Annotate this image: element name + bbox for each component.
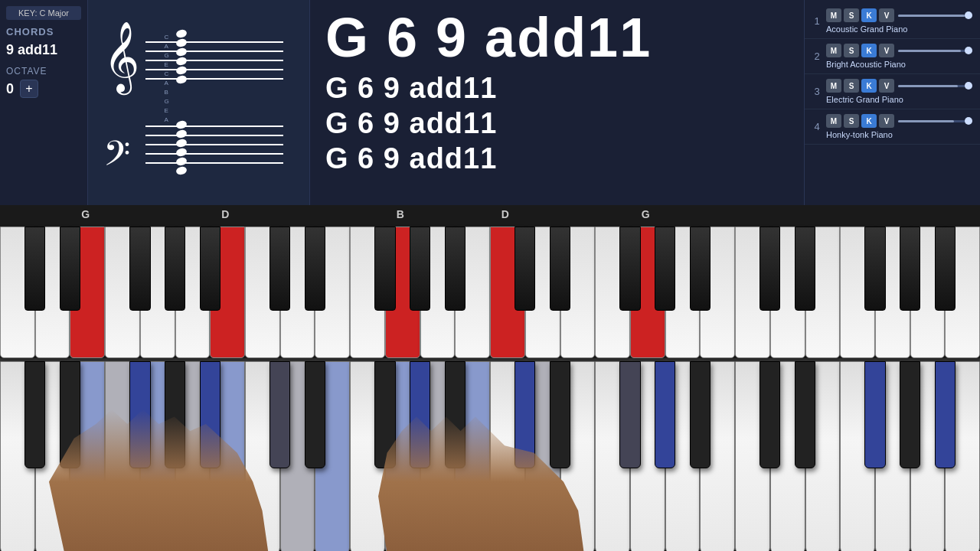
upper-white-key-18[interactable] <box>630 227 665 358</box>
inst-3-name: Electric Grand Piano <box>826 93 974 104</box>
inst-2-slider[interactable] <box>898 50 972 52</box>
upper-white-key-4[interactable] <box>140 227 175 358</box>
inst-3-key-btn[interactable]: K <box>861 79 877 93</box>
lower-white-key-21[interactable] <box>735 361 770 551</box>
inst-number-4: 4 <box>811 121 823 132</box>
lower-white-key-16[interactable] <box>560 361 596 551</box>
lower-white-key-23[interactable] <box>805 361 841 551</box>
inst-2-vel-btn[interactable]: V <box>879 44 894 57</box>
lower-white-key-5[interactable] <box>175 361 211 551</box>
upper-white-key-17[interactable] <box>595 227 630 358</box>
lower-white-key-24[interactable] <box>840 361 875 551</box>
lower-white-key-14[interactable] <box>490 361 525 551</box>
upper-white-key-23[interactable] <box>805 227 841 358</box>
upper-white-key-3[interactable] <box>105 227 140 358</box>
inst-4-key-btn[interactable]: K <box>861 114 877 128</box>
inst-1-name: Acoustic Grand Piano <box>826 22 974 34</box>
lower-white-key-25[interactable] <box>875 361 910 551</box>
inst-2-name: Bright Acoustic Piano <box>826 57 974 69</box>
upper-white-key-0[interactable] <box>0 227 35 358</box>
lower-white-key-7[interactable] <box>245 361 280 551</box>
upper-white-key-24[interactable] <box>840 227 875 358</box>
lower-white-key-27[interactable] <box>945 361 980 551</box>
inst-2-key-btn[interactable]: K <box>861 44 877 57</box>
lower-white-key-0[interactable] <box>0 361 35 551</box>
lower-white-key-9[interactable] <box>315 361 350 551</box>
inst-1-slider[interactable] <box>898 15 972 17</box>
upper-white-key-15[interactable] <box>525 227 560 358</box>
inst-controls-1: M S K V <box>826 8 974 22</box>
lower-white-key-18[interactable] <box>630 361 665 551</box>
lower-white-key-8[interactable] <box>280 361 315 551</box>
upper-white-key-8[interactable] <box>280 227 315 358</box>
top-panel: KEY: C Major CHORDS 9 add11 OCTAVE 0 + 𝄞 <box>0 0 980 205</box>
lower-white-key-15[interactable] <box>525 361 560 551</box>
inst-controls-2: M S K V <box>826 44 974 57</box>
upper-white-key-22[interactable] <box>770 227 805 358</box>
inst-1-vel-btn[interactable]: V <box>879 8 894 22</box>
upper-white-key-19[interactable] <box>665 227 701 358</box>
inst-2-solo-btn[interactable]: S <box>844 44 859 57</box>
upper-white-key-14[interactable] <box>490 227 525 358</box>
upper-white-key-11[interactable] <box>385 227 420 358</box>
upper-white-key-26[interactable] <box>910 227 946 358</box>
upper-white-key-25[interactable] <box>875 227 910 358</box>
lower-white-key-17[interactable] <box>595 361 630 551</box>
octave-plus-button[interactable]: + <box>20 80 38 98</box>
lower-white-keys[interactable] <box>0 361 980 551</box>
upper-white-key-20[interactable] <box>700 227 735 358</box>
notation-area: 𝄞 𝄢 <box>88 0 310 205</box>
chord-variation-1: G 6 9 add11 <box>325 72 789 106</box>
inst-1-key-btn[interactable]: K <box>861 8 877 22</box>
inst-3-solo-btn[interactable]: S <box>844 79 859 93</box>
upper-white-key-27[interactable] <box>945 227 980 358</box>
upper-white-key-16[interactable] <box>560 227 596 358</box>
inst-3-slider[interactable] <box>898 85 972 87</box>
lower-white-key-3[interactable] <box>105 361 140 551</box>
lower-white-key-6[interactable] <box>210 361 245 551</box>
lower-white-key-19[interactable] <box>665 361 701 551</box>
lower-white-key-11[interactable] <box>385 361 420 551</box>
inst-3-mute-btn[interactable]: M <box>826 79 841 93</box>
inst-controls-3: M S K V <box>826 79 974 93</box>
upper-white-key-5[interactable] <box>175 227 211 358</box>
inst-1-solo-btn[interactable]: S <box>844 8 859 22</box>
chord-variation-3: G 6 9 add11 <box>325 142 789 176</box>
inst-1-mute-btn[interactable]: M <box>826 8 841 22</box>
lower-white-key-4[interactable] <box>140 361 175 551</box>
lower-white-key-22[interactable] <box>770 361 805 551</box>
upper-white-key-7[interactable] <box>245 227 280 358</box>
inst-4-mute-btn[interactable]: M <box>826 114 841 128</box>
bass-notes <box>176 121 187 175</box>
upper-white-key-13[interactable] <box>455 227 490 358</box>
inst-4-vel-btn[interactable]: V <box>879 114 894 128</box>
lower-white-key-2[interactable] <box>70 361 105 551</box>
inst-4-solo-btn[interactable]: S <box>844 114 859 128</box>
bass-clef-symbol: 𝄢 <box>103 137 130 179</box>
white-keys-upper[interactable] <box>0 205 980 358</box>
lower-white-key-12[interactable] <box>420 361 456 551</box>
instrument-row-4: 4 M S K V Honky-tonk Piano <box>805 109 980 145</box>
upper-white-key-1[interactable] <box>35 227 70 358</box>
inst-info-2: M S K V Bright Acoustic Piano <box>826 44 974 69</box>
piano-area: GDBDG <box>0 205 980 551</box>
lower-white-key-10[interactable] <box>350 361 385 551</box>
chords-label: CHORDS <box>6 26 81 37</box>
inst-number-3: 3 <box>811 86 823 97</box>
upper-white-key-6[interactable] <box>210 227 245 358</box>
inst-4-slider[interactable] <box>898 120 972 122</box>
upper-white-key-12[interactable] <box>420 227 456 358</box>
lower-white-key-26[interactable] <box>910 361 946 551</box>
inst-controls-4: M S K V <box>826 114 974 128</box>
lower-white-key-13[interactable] <box>455 361 490 551</box>
inst-3-vel-btn[interactable]: V <box>879 79 894 93</box>
instrument-row-1: 1 M S K V Acoustic Grand Piano <box>805 4 980 39</box>
upper-white-key-10[interactable] <box>350 227 385 358</box>
left-sidebar: KEY: C Major CHORDS 9 add11 OCTAVE 0 + <box>0 0 88 205</box>
lower-white-key-20[interactable] <box>700 361 735 551</box>
lower-white-key-1[interactable] <box>35 361 70 551</box>
upper-white-key-21[interactable] <box>735 227 770 358</box>
upper-white-key-9[interactable] <box>315 227 350 358</box>
inst-2-mute-btn[interactable]: M <box>826 44 841 57</box>
upper-white-key-2[interactable] <box>70 227 105 358</box>
